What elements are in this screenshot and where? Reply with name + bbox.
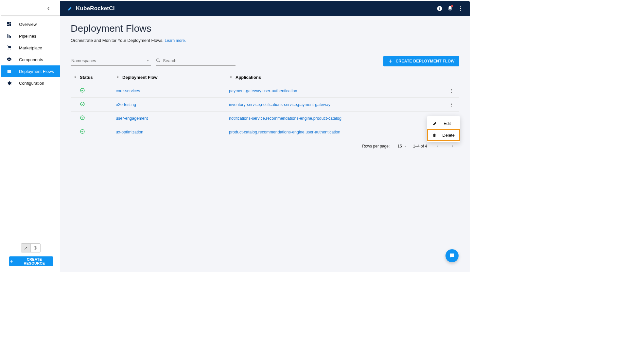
svg-point-20 [451, 90, 452, 91]
theme-rocket-button[interactable] [21, 244, 31, 252]
application-link[interactable]: payment-gateway [229, 89, 261, 93]
sidebar-nav: Overview Pipelines Marketplace Component… [1, 16, 60, 239]
application-link[interactable]: user-authentication [262, 89, 297, 93]
sort-icon[interactable] [73, 75, 77, 80]
theme-gear-button[interactable] [31, 244, 40, 252]
application-link[interactable]: recommendations-engine [258, 130, 305, 134]
sidebar-item-label: Deployment Flows [19, 69, 54, 74]
rocket-icon [24, 246, 28, 250]
topbar: KubeRocketCI i [60, 1, 470, 16]
theme-toggle [21, 243, 41, 252]
create-resource-label: CREATE RESOURCE [16, 257, 53, 265]
svg-rect-7 [8, 70, 11, 71]
info-button[interactable]: i [434, 3, 445, 14]
row-actions-button[interactable] [447, 86, 456, 95]
sidebar-item-label: Pipelines [19, 34, 36, 39]
more-vertical-icon [458, 6, 463, 11]
prev-page-button[interactable] [433, 142, 442, 151]
sidebar-item-label: Components [19, 57, 43, 62]
application-link[interactable]: recommendations-engine [266, 116, 312, 121]
row-context-menu: Edit Delete [427, 116, 460, 142]
svg-rect-4 [8, 34, 9, 38]
context-menu-delete[interactable]: Delete [427, 129, 460, 141]
sidebar-item-configuration[interactable]: Configuration [1, 77, 60, 89]
row-actions-button[interactable] [447, 100, 456, 109]
svg-text:i: i [439, 7, 440, 10]
svg-point-25 [451, 106, 452, 106]
gear-icon [6, 80, 12, 86]
svg-point-18 [80, 88, 84, 92]
application-link[interactable]: notifications-service [229, 116, 265, 121]
chat-fab[interactable] [445, 249, 459, 262]
sidebar-item-label: Overview [19, 22, 37, 27]
column-header-apps[interactable]: Applications [236, 75, 261, 80]
svg-rect-8 [8, 71, 11, 72]
search-icon [156, 58, 161, 64]
chat-icon [449, 252, 455, 259]
layers-icon [6, 56, 12, 63]
learn-more-link[interactable]: Learn more. [165, 38, 186, 43]
sidebar-item-components[interactable]: Components [1, 54, 60, 65]
pagination-range: 1–4 of 4 [413, 144, 427, 148]
plus-icon [9, 259, 14, 264]
pencil-icon [432, 121, 438, 126]
deployment-flow-link[interactable]: ux-optimization [116, 130, 143, 134]
brand-text: KubeRocketCI [76, 5, 115, 12]
caret-down-icon [403, 144, 407, 148]
create-resource-button[interactable]: CREATE RESOURCE [9, 256, 53, 266]
svg-rect-6 [10, 36, 11, 38]
status-ok-icon [80, 101, 85, 108]
plus-icon [388, 59, 393, 64]
collapse-sidebar-button[interactable] [1, 1, 60, 16]
sidebar-item-deployment-flows[interactable]: Deployment Flows [1, 65, 60, 77]
svg-point-24 [451, 104, 452, 105]
application-link[interactable]: product-catalog [229, 130, 257, 134]
next-page-button[interactable] [448, 142, 457, 151]
application-link[interactable]: notifications-service [261, 102, 297, 107]
create-deployment-flow-button[interactable]: CREATE DEPLOYMENT FLOW [383, 56, 459, 66]
rows-per-page-select[interactable]: 15 [397, 144, 407, 148]
sidebar-item-label: Configuration [19, 81, 44, 86]
chevron-right-icon [450, 144, 455, 149]
table-row: core-servicespayment-gateway,user-authen… [71, 84, 459, 98]
column-header-status[interactable]: Status [80, 75, 93, 80]
cart-icon [6, 44, 12, 51]
table-row: user-engagementnotifications-service,rec… [71, 112, 459, 125]
context-menu-edit[interactable]: Edit [427, 117, 460, 129]
svg-point-22 [80, 102, 84, 106]
sidebar: Overview Pipelines Marketplace Component… [1, 1, 60, 272]
chevron-left-icon [435, 144, 440, 149]
status-ok-icon [80, 88, 85, 94]
table-row: ux-optimizationproduct-catalog,recommend… [71, 125, 459, 139]
sidebar-item-marketplace[interactable]: Marketplace [1, 42, 60, 54]
status-ok-icon [80, 129, 85, 135]
sidebar-item-pipelines[interactable]: Pipelines [1, 30, 60, 42]
sort-icon[interactable] [229, 75, 233, 80]
deployment-flow-link[interactable]: core-services [116, 89, 140, 93]
svg-point-26 [80, 116, 84, 120]
application-link[interactable]: user-authentication [305, 130, 340, 134]
sort-icon[interactable] [116, 75, 120, 80]
svg-point-16 [460, 10, 461, 11]
application-link[interactable]: inventory-service [229, 102, 260, 107]
deployment-flow-link[interactable]: e2e-testing [116, 102, 136, 107]
brand[interactable]: KubeRocketCI [67, 5, 115, 12]
application-link[interactable]: product-catalog [313, 116, 341, 121]
search-input[interactable] [156, 56, 236, 66]
notification-dot [451, 5, 453, 7]
deployment-flow-link[interactable]: user-engagement [116, 116, 148, 121]
svg-point-21 [451, 92, 452, 93]
svg-point-19 [451, 89, 452, 90]
gear-outline-icon [33, 246, 38, 250]
pipelines-icon [6, 33, 12, 39]
sidebar-item-overview[interactable]: Overview [1, 18, 60, 30]
svg-rect-1 [9, 22, 11, 24]
svg-point-10 [35, 247, 36, 249]
notifications-button[interactable] [445, 3, 455, 14]
trash-icon [432, 132, 436, 138]
more-button[interactable] [455, 3, 466, 14]
column-header-flow[interactable]: Deployment Flow [122, 75, 158, 80]
svg-point-23 [451, 103, 452, 103]
namespaces-filter[interactable] [71, 56, 151, 66]
application-link[interactable]: payment-gateway [298, 102, 330, 107]
